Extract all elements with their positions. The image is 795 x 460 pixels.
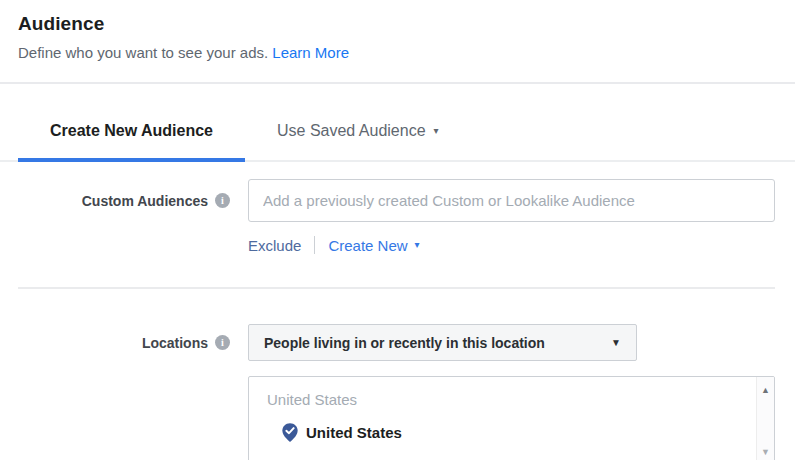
location-search-placeholder: United States	[249, 377, 774, 408]
locations-label-group: Locations i	[0, 335, 230, 351]
location-type-value: People living in or recently in this loc…	[264, 335, 545, 351]
create-new-link[interactable]: Create New ▾	[328, 237, 419, 254]
learn-more-link[interactable]: Learn More	[272, 44, 349, 61]
locations-label: Locations	[142, 335, 208, 351]
chevron-down-icon: ▾	[415, 240, 420, 250]
scroll-up-icon[interactable]: ▲	[757, 385, 774, 395]
section-divider	[18, 287, 775, 289]
subtitle-text: Define who you want to see your ads.	[18, 44, 268, 61]
chevron-down-icon: ▼	[611, 338, 621, 348]
custom-audiences-input[interactable]	[248, 179, 775, 222]
exclude-link[interactable]: Exclude	[248, 237, 301, 254]
link-separator	[314, 236, 315, 254]
tab-use-saved-label: Use Saved Audience	[277, 122, 426, 140]
scrollbar[interactable]: ▲ ▼	[756, 377, 774, 460]
location-type-dropdown[interactable]: People living in or recently in this loc…	[248, 324, 637, 361]
info-icon[interactable]: i	[215, 335, 230, 350]
selected-location-item[interactable]: United States	[249, 423, 774, 442]
selected-location-label: United States	[306, 424, 402, 441]
page-subtitle: Define who you want to see your ads. Lea…	[18, 44, 777, 61]
tab-use-saved-audience[interactable]: Use Saved Audience ▾	[277, 122, 439, 160]
create-new-label: Create New	[328, 237, 407, 254]
map-pin-icon	[282, 423, 298, 442]
custom-audiences-links: Exclude Create New ▾	[248, 236, 795, 254]
custom-audiences-field	[248, 179, 775, 222]
info-icon[interactable]: i	[215, 193, 230, 208]
scroll-down-icon[interactable]: ▼	[757, 447, 774, 457]
locations-field: People living in or recently in this loc…	[248, 324, 637, 361]
tab-create-new-audience[interactable]: Create New Audience	[18, 122, 245, 162]
custom-audiences-label-group: Custom Audiences i	[0, 193, 230, 209]
chevron-down-icon: ▾	[434, 126, 439, 136]
location-search-box[interactable]: United States United States ▲ ▼	[248, 376, 775, 460]
locations-row: Locations i People living in or recently…	[0, 324, 795, 361]
audience-header: Audience Define who you want to see your…	[0, 0, 795, 61]
custom-audiences-label: Custom Audiences	[82, 193, 208, 209]
custom-audiences-row: Custom Audiences i	[0, 179, 795, 222]
audience-tabbar: Create New Audience Use Saved Audience ▾	[0, 84, 795, 162]
page-title: Audience	[18, 13, 777, 35]
